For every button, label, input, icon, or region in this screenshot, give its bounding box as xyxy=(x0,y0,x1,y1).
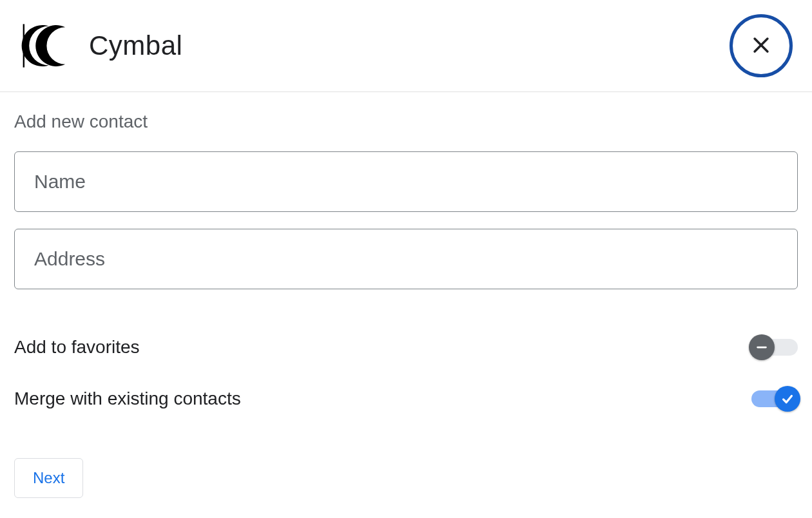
check-icon xyxy=(775,386,800,412)
close-button[interactable] xyxy=(730,14,793,77)
minus-icon xyxy=(749,334,775,360)
svg-rect-0 xyxy=(23,24,24,67)
next-button[interactable]: Next xyxy=(14,458,83,498)
favorites-row: Add to favorites xyxy=(14,337,798,358)
content: Add new contact Add to favorites Merge w… xyxy=(0,92,812,512)
merge-toggle[interactable] xyxy=(751,390,798,407)
close-icon xyxy=(750,34,772,58)
merge-row: Merge with existing contacts xyxy=(14,388,798,409)
merge-label: Merge with existing contacts xyxy=(14,388,241,409)
brand: Cymbal xyxy=(21,20,182,72)
name-input[interactable] xyxy=(14,151,798,212)
section-title: Add new contact xyxy=(14,111,798,132)
cymbal-logo-icon xyxy=(21,20,75,72)
brand-name: Cymbal xyxy=(89,30,182,61)
address-input[interactable] xyxy=(14,229,798,289)
favorites-label: Add to favorites xyxy=(14,337,140,358)
favorites-toggle[interactable] xyxy=(751,339,798,356)
header: Cymbal xyxy=(0,0,812,92)
